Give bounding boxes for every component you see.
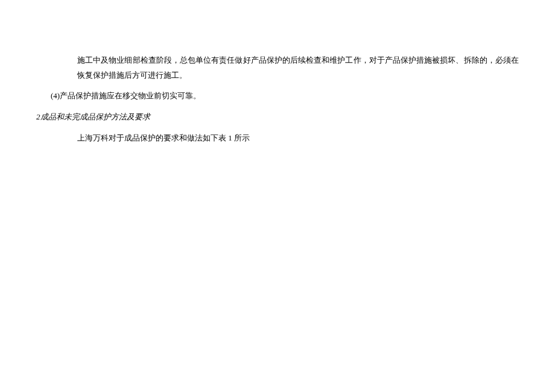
- text-p4: 上海万科对于成品保护的要求和做法如下表 1 所示: [77, 133, 250, 142]
- section-title: 成品和未完成品保护方法及要求: [40, 112, 150, 121]
- paragraph-table-ref: 上海万科对于成品保护的要求和做法如下表 1 所示: [36, 131, 519, 146]
- text-p1: 施工中及物业细部检查阶段，总包单位有责任做好产品保护的后续检查和维护工作，对于产…: [77, 55, 519, 80]
- paragraph-item4: (4)产品保护措施应在移交物业前切实可靠。: [36, 89, 519, 104]
- section-heading-2: 2成品和未完成品保护方法及要求: [36, 110, 519, 125]
- text-p2: (4)产品保护措施应在移交物业前切实可靠。: [51, 91, 201, 100]
- paragraph-construction-phase: 施工中及物业细部检查阶段，总包单位有责任做好产品保护的后续检查和维护工作，对于产…: [36, 53, 519, 83]
